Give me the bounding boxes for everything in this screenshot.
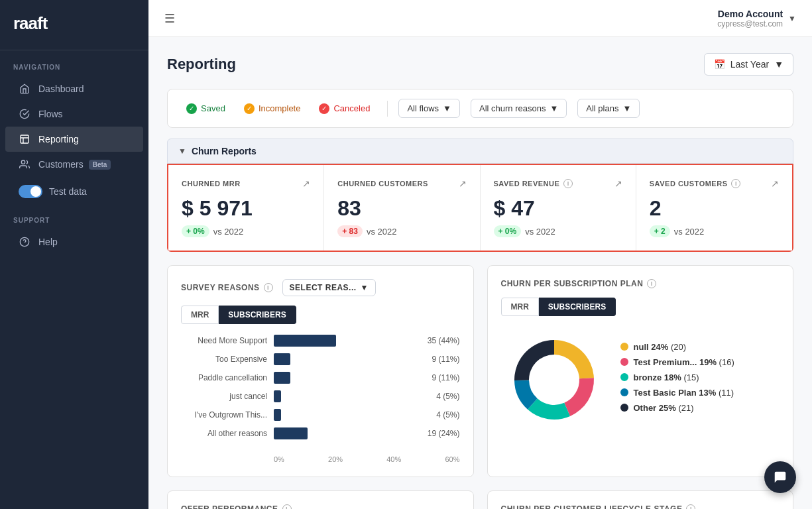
metric-mrr-vs: vs 2022 [213, 227, 244, 237]
metric-revenue-badge: + 0% [494, 225, 522, 237]
donut-segment [554, 340, 594, 378]
metric-saved-customers: SAVED CUSTOMERS i ↗ 2 + 2 vs 2022 [636, 165, 792, 251]
svg-rect-0 [21, 135, 29, 143]
account-info: Demo Account cypress@test.com [717, 9, 783, 28]
legend-item: Test Basic Plan 13% (11) [620, 388, 780, 398]
tag-canceled[interactable]: ✓ Canceled [312, 101, 377, 117]
page-title: Reporting [167, 56, 236, 73]
offer-info-icon[interactable]: i [282, 504, 292, 509]
legend-label: Other 25% (21) [634, 403, 694, 413]
charts-row: SURVEY REASONS i SELECT REAS... ▼ MRR SU… [167, 265, 793, 477]
bar-row: Too Expensive 9 (11%) [181, 353, 460, 365]
bar-fill [274, 409, 281, 421]
metric-revenue-header: SAVED REVENUE i ↗ [494, 178, 622, 189]
flow-filter-label: All flows [407, 103, 439, 113]
bar-row: Need More Support 35 (44%) [181, 335, 460, 347]
flows-icon [19, 108, 30, 120]
churn-per-plan-card: CHURN PER SUBSCRIPTION PLAN i MRR SUBSCR… [487, 265, 794, 477]
metric-customers-arrow[interactable]: ↗ [459, 178, 467, 189]
sidebar-item-reporting[interactable]: Reporting [5, 127, 143, 152]
survey-toggle-buttons: MRR SUBSCRIBERS [181, 306, 460, 324]
canceled-check-icon: ✓ [319, 103, 329, 114]
legend-label: bronze 18% (15) [634, 372, 699, 382]
bar-row: All other reasons 19 (24%) [181, 427, 460, 439]
topbar: ☰ Demo Account cypress@test.com ▼ [148, 0, 812, 37]
metric-mrr-value: $ 5 971 [182, 197, 310, 220]
tag-saved-label: Saved [201, 103, 225, 113]
lifecycle-info-icon[interactable]: i [686, 504, 695, 509]
chat-button[interactable] [764, 461, 796, 493]
plan-subscribers-tab[interactable]: SUBSCRIBERS [539, 298, 616, 316]
metric-mrr-arrow[interactable]: ↗ [302, 178, 310, 189]
survey-subscribers-tab[interactable]: SUBSCRIBERS [219, 306, 296, 324]
saved-check-icon: ✓ [186, 103, 197, 114]
metric-saved-info-icon[interactable]: i [731, 179, 740, 188]
support-section-label: SUPPORT [0, 206, 148, 229]
filter-sep-1 [387, 101, 388, 117]
bar-value: 9 (11%) [432, 373, 459, 382]
filter-bar: ✓ Saved ✓ Incomplete ✓ Canceled All flow… [167, 89, 793, 128]
churn-plan-info-icon[interactable]: i [647, 279, 656, 288]
tag-saved[interactable]: ✓ Saved [180, 101, 232, 117]
survey-mrr-tab[interactable]: MRR [181, 306, 219, 324]
survey-select-dropdown[interactable]: SELECT REAS... ▼ [282, 279, 376, 296]
sidebar-item-flows[interactable]: Flows [5, 101, 143, 127]
metric-churned-customers: CHURNED CUSTOMERS ↗ 83 + 83 vs 2022 [324, 165, 480, 251]
metric-revenue-info-icon[interactable]: i [563, 179, 573, 188]
churn-filter-dropdown[interactable]: All churn reasons ▼ [471, 99, 567, 118]
sidebar-item-help[interactable]: Help [5, 229, 143, 254]
bar-label: All other reasons [181, 429, 267, 438]
plan-filter-dropdown[interactable]: All plans ▼ [577, 99, 640, 118]
bar-track [274, 427, 417, 439]
tag-incomplete-label: Incomplete [259, 103, 301, 113]
content-area: Reporting 📅 Last Year ▼ ✓ Saved ✓ Incomp… [148, 37, 812, 509]
bar-label: I've Outgrown This... [181, 410, 267, 420]
survey-bar-chart: Need More Support 35 (44%) Too Expensive… [181, 335, 460, 451]
churn-reports-title: Churn Reports [192, 146, 257, 156]
legend-dot [620, 343, 628, 351]
test-data-toggle-row: Test data [5, 177, 143, 206]
bar-track [274, 372, 421, 384]
metric-churned-mrr: CHURNED MRR ↗ $ 5 971 + 0% vs 2022 [168, 165, 324, 251]
plan-mrr-tab[interactable]: MRR [501, 298, 539, 316]
flow-filter-dropdown[interactable]: All flows ▼ [398, 99, 460, 118]
churn-reports-section-header[interactable]: ▼ Churn Reports [167, 139, 793, 164]
bar-value: 4 (5%) [436, 410, 459, 420]
bar-fill [274, 335, 336, 347]
menu-icon[interactable]: ☰ [164, 11, 175, 26]
sidebar-item-label: Flows [38, 109, 63, 119]
account-menu[interactable]: Demo Account cypress@test.com ▼ [717, 9, 796, 28]
churn-lifecycle-card: CHURN PER CUSTOMER LIFECYCLE STAGE i [487, 490, 794, 509]
bottom-charts-row: OFFER PERFORMANCE i CHURN PER CUSTOMER L… [167, 490, 793, 509]
metric-customers-badge: + 83 [337, 225, 363, 237]
bar-value: 4 (5%) [436, 392, 459, 401]
metrics-grid: CHURNED MRR ↗ $ 5 971 + 0% vs 2022 CHURN… [167, 164, 793, 252]
section-chevron-icon: ▼ [178, 146, 186, 156]
survey-reasons-title: SURVEY REASONS i SELECT REAS... ▼ [181, 279, 460, 296]
survey-info-icon[interactable]: i [264, 283, 273, 292]
metric-revenue-arrow[interactable]: ↗ [614, 178, 622, 189]
metric-mrr-header: CHURNED MRR ↗ [182, 178, 310, 189]
filter-tags: ✓ Saved ✓ Incomplete ✓ Canceled [180, 101, 377, 117]
date-filter-dropdown[interactable]: 📅 Last Year ▼ [704, 53, 793, 76]
test-data-toggle[interactable] [19, 185, 42, 198]
sidebar-item-customers[interactable]: Customers Beta [5, 152, 143, 177]
metric-saved-change: + 2 vs 2022 [650, 225, 779, 237]
bar-axis: 0%20%40%60% [181, 455, 460, 463]
offer-performance-title: OFFER PERFORMANCE i [181, 504, 460, 509]
bar-fill [274, 353, 290, 365]
metric-saved-value: 2 [650, 197, 779, 220]
bar-label: Too Expensive [181, 355, 267, 364]
flow-filter-chevron: ▼ [443, 103, 451, 113]
account-email: cypress@test.com [717, 19, 783, 28]
churn-per-plan-title: CHURN PER SUBSCRIPTION PLAN i [501, 279, 780, 288]
metric-saved-arrow[interactable]: ↗ [771, 178, 779, 189]
app-logo: raaft [13, 13, 47, 33]
legend-dot [620, 373, 628, 381]
legend-dot [620, 404, 628, 412]
sidebar-item-dashboard[interactable]: Dashboard [5, 76, 143, 101]
beta-badge: Beta [89, 160, 111, 170]
tag-canceled-label: Canceled [333, 103, 370, 113]
tag-incomplete[interactable]: ✓ Incomplete [237, 101, 308, 117]
nav-section-label: NAVIGATION [0, 50, 148, 76]
